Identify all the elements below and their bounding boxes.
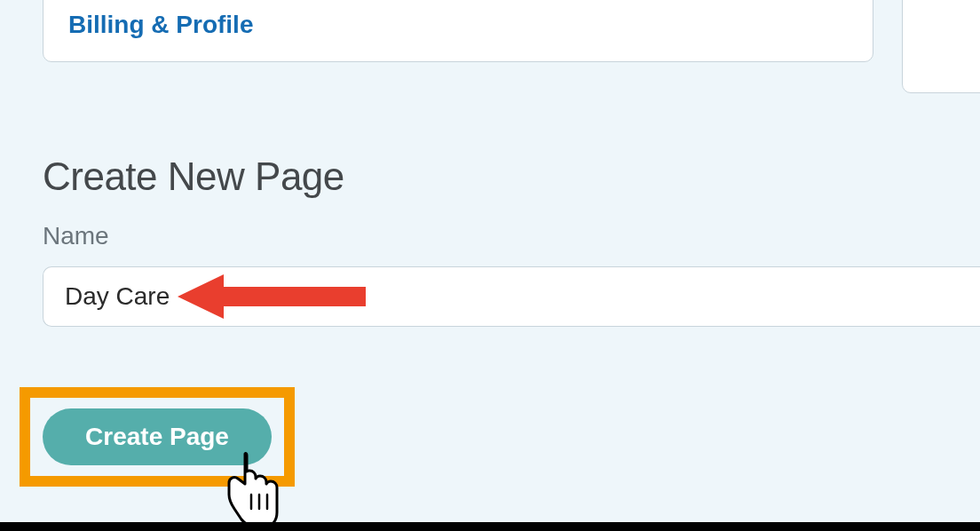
side-card — [902, 0, 980, 93]
section-title: Create New Page — [43, 155, 344, 199]
nav-card: Contracts & Forms Billing & Profile — [43, 0, 873, 62]
name-input[interactable] — [43, 266, 980, 327]
footer-bar — [0, 522, 980, 531]
nav-link-billing-profile[interactable]: Billing & Profile — [68, 5, 848, 45]
name-label: Name — [43, 222, 109, 250]
create-page-button[interactable]: Create Page — [43, 408, 272, 465]
